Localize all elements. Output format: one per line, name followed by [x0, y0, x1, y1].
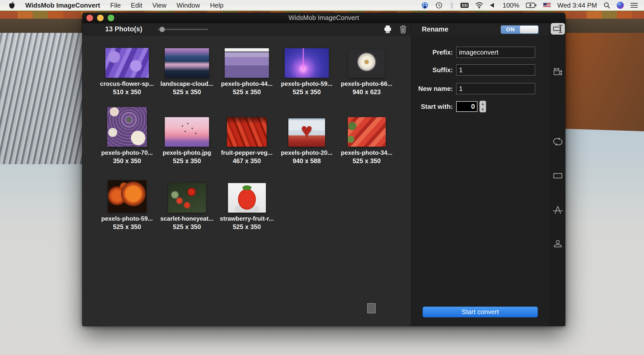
photo-thumbnail	[105, 48, 149, 78]
menu-window[interactable]: Window	[177, 2, 200, 9]
start-with-field[interactable]	[456, 101, 477, 112]
photo-dimensions: 525 x 350	[173, 88, 201, 96]
photo-filename: crocus-flower-sp...	[100, 80, 154, 87]
rotate-icon	[553, 137, 563, 146]
photo-item[interactable]: pexels-photo-59... 525 x 350	[97, 175, 157, 231]
menu-edit[interactable]: Edit	[131, 2, 142, 9]
photo-filename: pexels-photo-66...	[341, 80, 392, 87]
photo-filename: pexels-photo-59...	[281, 80, 332, 87]
slider-track[interactable]	[157, 29, 208, 30]
photo-filename: pexels-photo-34...	[341, 149, 392, 156]
rename-panel-header: Rename ON	[411, 23, 549, 36]
trash-icon	[399, 25, 407, 34]
photo-dimensions: 467 x 350	[233, 157, 261, 165]
photo-filename: landscape-cloud...	[160, 80, 213, 87]
rename-toggle[interactable]: ON	[501, 25, 539, 34]
photo-item[interactable]: pexels-photo-59... 525 x 350	[277, 44, 337, 96]
time-machine-icon[interactable]	[435, 1, 443, 9]
photo-dimensions: 510 x 350	[113, 88, 141, 96]
photo-grid: crocus-flower-sp... 510 x 350 landscape-…	[82, 36, 411, 241]
wifi-icon[interactable]	[475, 1, 483, 9]
photo-item[interactable]: pexels-photo-70... 350 x 350	[97, 106, 157, 165]
notification-list-icon[interactable]	[630, 1, 638, 9]
photo-thumbnail	[348, 117, 386, 147]
menu-help[interactable]: Help	[210, 2, 223, 9]
start-convert-button[interactable]: Start convert	[423, 307, 538, 317]
photo-browser: 13 Photo(s) cro	[82, 23, 411, 326]
volume-icon[interactable]	[490, 1, 496, 9]
menu-app-name[interactable]: WidsMob ImageConvert	[25, 2, 100, 9]
photo-thumbnail	[288, 118, 325, 147]
photo-thumbnail	[108, 180, 146, 213]
photo-thumbnail	[228, 183, 266, 213]
photo-filename: pexels-photo.jpg	[163, 149, 211, 156]
thumbnail-size-slider[interactable]	[157, 23, 208, 36]
photo-thumbnail	[168, 183, 206, 213]
toggle-on-label: ON	[501, 25, 520, 34]
stepper-down-icon[interactable]: ▼	[479, 107, 486, 112]
slider-knob[interactable]	[159, 27, 165, 32]
globe-icon[interactable]	[421, 1, 429, 9]
photo-thumbnail	[227, 117, 267, 147]
window-titlebar[interactable]: WidsMob ImageConvert	[82, 13, 565, 23]
frame-icon	[553, 172, 563, 180]
apple-menu-icon[interactable]	[9, 1, 15, 9]
tool-frame[interactable]	[552, 170, 563, 181]
photo-item[interactable]: scarlet-honeyeat... 525 x 350	[157, 175, 217, 231]
photo-filename: pexels-photo-59...	[101, 215, 153, 222]
prefix-field[interactable]	[456, 47, 535, 58]
photo-filename: pexels-photo-70...	[101, 149, 153, 156]
app-window: WidsMob ImageConvert 13 Photo(s)	[82, 13, 565, 326]
menu-clock-label[interactable]: Wed 3:44 PM	[557, 2, 597, 9]
tool-resize[interactable]	[552, 67, 563, 78]
battery-charging-icon[interactable]	[526, 1, 537, 9]
menu-bar: WidsMob ImageConvert File Edit View Wind…	[0, 0, 644, 11]
start-with-stepper[interactable]: ▲ ▼	[479, 101, 486, 112]
tools-sidebar	[549, 23, 565, 326]
tool-stamp[interactable]	[552, 238, 563, 249]
menu-view[interactable]: View	[152, 2, 167, 9]
window-title: WidsMob ImageConvert	[82, 14, 565, 22]
photo-count-label: 13 Photo(s)	[105, 25, 142, 33]
toggle-knob[interactable]	[520, 26, 538, 33]
new-name-field[interactable]	[456, 83, 535, 94]
us-flag-icon[interactable]	[543, 3, 551, 8]
photo-thumbnail	[225, 48, 269, 78]
text-icon	[553, 205, 563, 215]
battery-percent-label: 100%	[502, 2, 519, 9]
photo-dimensions: 940 x 588	[293, 157, 321, 165]
photo-item[interactable]: pexels-photo-66... 940 x 623	[337, 44, 397, 96]
photo-filename: pexels-photo-20...	[281, 149, 332, 156]
menu-file[interactable]: File	[110, 2, 121, 9]
siri-icon[interactable]	[617, 2, 624, 9]
bluetooth-icon[interactable]	[449, 1, 454, 9]
photo-dimensions: 350 x 350	[113, 157, 141, 165]
spotlight-search-icon[interactable]	[604, 1, 610, 9]
print-button[interactable]	[380, 23, 395, 36]
photo-thumbnail	[107, 107, 147, 147]
photo-item[interactable]: fruit-pepper-veg... 467 x 350	[217, 106, 277, 165]
rename-panel: Rename ON Prefix: Suffix: New name:	[411, 23, 549, 326]
photo-dimensions: 940 x 623	[353, 88, 381, 96]
photo-thumbnail	[165, 117, 209, 147]
photo-item[interactable]: pexels-photo-34... 525 x 350	[337, 106, 397, 165]
photo-item[interactable]: pexels-photo-44... 525 x 350	[217, 44, 277, 96]
keyboard-battery-icon[interactable]	[461, 3, 469, 8]
photo-item[interactable]: crocus-flower-sp... 510 x 350	[97, 44, 157, 96]
tool-rotate[interactable]	[552, 136, 563, 147]
tool-text[interactable]	[552, 204, 563, 215]
photo-item[interactable]: strawberry-fruit-r... 525 x 350	[217, 175, 277, 231]
convert-icon	[553, 24, 563, 33]
photo-dimensions: 525 x 350	[173, 157, 201, 165]
photo-item[interactable]: landscape-cloud... 525 x 350	[157, 44, 217, 96]
delete-button[interactable]	[396, 23, 411, 36]
photo-item[interactable]: pexels-photo.jpg 525 x 350	[157, 106, 217, 165]
tool-convert[interactable]	[551, 23, 565, 35]
stepper-up-icon[interactable]: ▲	[479, 101, 486, 107]
photo-item[interactable]: pexels-photo-20... 940 x 588	[277, 106, 337, 165]
suffix-field[interactable]	[456, 64, 535, 75]
photo-dimensions: 525 x 350	[293, 88, 321, 96]
suffix-label: Suffix:	[411, 66, 453, 74]
browser-toolbar: 13 Photo(s)	[82, 23, 411, 36]
photo-thumbnail	[348, 49, 385, 78]
